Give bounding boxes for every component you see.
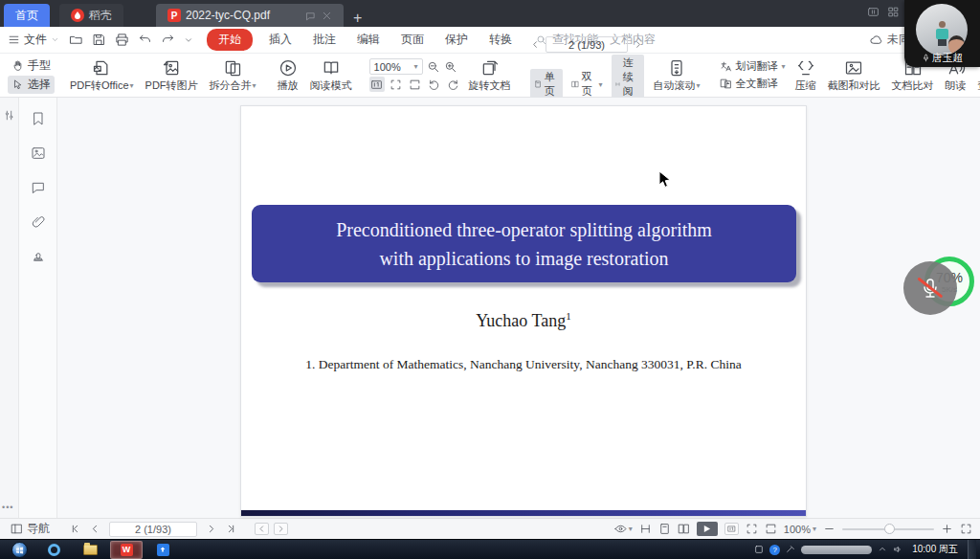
tab-docer[interactable]: 稻壳 [59,4,123,27]
select-tool-button[interactable]: 选择 [8,76,55,94]
cloud-sync-icon[interactable] [869,33,883,47]
comment-icon[interactable] [31,180,46,195]
navigation-toggle[interactable]: 导航 [6,521,55,537]
prev-page-icon[interactable] [530,39,541,50]
taskbar-meeting-button[interactable] [146,541,179,559]
tray-expand-icon[interactable] [878,545,887,554]
tray-help-icon[interactable]: ? [769,545,780,555]
status-double-page-icon[interactable] [678,523,690,535]
full-translate-button[interactable]: 全文翻译 [716,76,790,92]
split-merge-button[interactable]: 拆分合并▾ [204,56,262,95]
rotate-left-icon[interactable] [427,77,442,92]
rail-more-icon[interactable]: ••• [2,503,13,512]
zoom-select[interactable]: 100%▾ [369,58,423,75]
menu-tab-page[interactable]: 页面 [390,29,434,51]
mic-muted-button[interactable] [903,261,957,315]
page-number-field[interactable]: 2 (1/93) [546,36,628,53]
tray-app-icon[interactable] [754,545,764,554]
double-page-button[interactable]: 双页▾ [568,69,607,100]
document-view[interactable]: Preconditioned three-operator splitting … [57,98,980,518]
tab-close-icon[interactable] [322,11,332,21]
fullscreen-icon[interactable] [960,523,972,535]
show-desktop-button[interactable] [968,540,976,559]
zoom-minus-icon[interactable] [823,523,835,535]
taskbar-explorer-button[interactable] [74,541,106,559]
zoom-slider[interactable] [842,528,934,530]
status-fit-width-icon[interactable] [746,523,758,535]
start-button[interactable] [11,542,28,558]
open-folder-icon[interactable] [69,33,83,47]
status-continuous-icon[interactable] [639,523,652,535]
zoom-out-icon[interactable] [427,60,440,74]
author-superscript: 1 [566,310,571,322]
view-forward-button[interactable] [274,523,288,535]
pdf-to-office-button[interactable]: PDF转Office▾ [64,56,140,95]
zoom-slider-knob[interactable] [884,524,895,534]
screenshot-compare-label: 截图和对比 [828,78,880,93]
first-page-icon[interactable] [69,523,81,535]
image-panel-icon[interactable] [31,145,46,161]
read-mode-button[interactable]: 阅读模式 [304,56,358,95]
tab-home-label: 首页 [15,8,38,24]
menu-tab-start[interactable]: 开始 [207,29,253,51]
rotate-right-icon[interactable] [446,77,461,92]
status-fit-page-icon[interactable] [765,523,777,535]
webcam-overlay[interactable]: 唐玉超 [904,0,980,67]
tab-pin-icon[interactable] [305,11,316,21]
taskbar-wps-button[interactable]: W [110,541,143,559]
zoom-plus-icon[interactable] [941,523,953,535]
actual-size-button[interactable] [369,77,385,92]
taskbar-browser-button[interactable] [37,541,70,559]
eye-protect-button[interactable]: ▾ [614,523,633,535]
status-zoom-value: 100% [784,524,811,535]
rotate-doc-button[interactable]: 旋转文档 [463,56,517,95]
volume-icon[interactable] [893,545,902,554]
single-page-button[interactable]: 单页 [530,69,563,100]
pdf-page[interactable]: Preconditioned three-operator splitting … [240,105,807,517]
tray-tool-icon[interactable] [786,545,795,554]
status-single-page-icon[interactable] [658,523,671,535]
last-page-icon[interactable] [225,523,237,535]
auto-scroll-button[interactable]: 自动滚动▾ [648,56,706,95]
language-bar[interactable] [801,546,872,554]
menu-tab-convert[interactable]: 转换 [479,29,523,51]
menu-tab-edit[interactable]: 编辑 [346,29,390,51]
file-menu[interactable]: 文件 [8,32,59,48]
save-icon[interactable] [92,33,106,47]
print-icon[interactable] [115,33,129,47]
new-tab-button[interactable]: + [353,10,362,27]
compress-button[interactable]: 压缩 [790,56,822,95]
pdf-to-image-button[interactable]: PDF转图片 [140,56,204,95]
attachment-icon[interactable] [31,214,46,230]
floating-widget[interactable]: 70% 5K/s [903,255,976,322]
screenshot-compare-button[interactable]: 截图和对比 [822,56,886,95]
hand-tool-button[interactable]: 手型 [8,56,55,75]
view-back-button[interactable] [255,523,269,535]
fit-page-button[interactable] [408,77,423,92]
taskbar-clock[interactable]: 10:00 周五 [908,543,962,556]
prev-page-status-icon[interactable] [89,523,101,535]
tab-home[interactable]: 首页 [4,4,50,27]
more-commands-icon[interactable] [184,35,193,45]
status-play-button[interactable] [697,522,718,536]
status-zoom-select[interactable]: 100%▾ [784,524,816,535]
tab-document[interactable]: P 2022-tyc-CQ.pdf [156,4,344,27]
menu-tab-insert[interactable]: 插入 [258,29,302,51]
word-translate-button[interactable]: 划词翻译▾ [716,58,790,75]
window-switch-icon[interactable] [867,6,880,18]
panel-settings-icon[interactable] [3,109,15,122]
menu-tab-protect[interactable]: 保护 [434,29,479,51]
status-actual-size-button[interactable] [724,523,739,535]
redo-icon[interactable] [161,33,175,47]
bookmark-icon[interactable] [31,111,46,126]
status-page-field[interactable]: 2 (1/93) [109,522,197,537]
stamp-icon[interactable] [31,249,46,264]
next-page-status-icon[interactable] [205,523,217,535]
undo-icon[interactable] [138,33,152,47]
menu-tab-annotate[interactable]: 批注 [302,29,346,51]
play-button[interactable]: 播放 [272,56,304,95]
apps-grid-icon[interactable] [887,6,900,18]
zoom-in-icon[interactable] [444,60,457,74]
fit-width-button[interactable] [389,77,404,92]
next-page-icon[interactable] [633,39,643,50]
